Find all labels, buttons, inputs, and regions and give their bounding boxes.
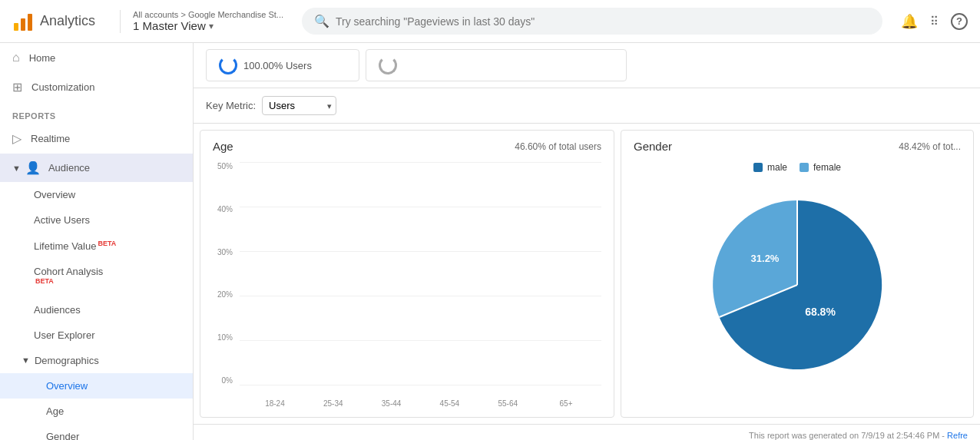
sidebar-item-gender[interactable]: Gender (0, 424, 193, 440)
users-card-text: 100.00% Users (243, 60, 312, 71)
view-label: 1 Master View (133, 19, 206, 32)
search-bar[interactable]: 🔍 (302, 8, 882, 35)
header-actions: 🔔 ⠿ ? (901, 13, 968, 30)
sidebar-item-home[interactable]: ⌂ Home (0, 43, 193, 72)
y-label-10: 10% (213, 333, 236, 342)
home-icon: ⌂ (12, 51, 20, 65)
y-label-0: 0% (213, 376, 236, 385)
cohort-analysis-label: Cohort Analysis (34, 266, 103, 277)
active-users-label: Active Users (34, 214, 90, 226)
gender-chart-header: Gender 48.42% of tot... (634, 140, 961, 153)
y-label-40: 40% (213, 205, 236, 213)
audience-icon: 👤 (25, 160, 41, 175)
help-icon[interactable]: ? (951, 13, 968, 30)
pie-male-pct-label: 68.8% (805, 306, 836, 318)
main-content: 100.00% Users Key Metric: Users Sessions… (194, 43, 980, 440)
key-metric-select[interactable]: Users Sessions Pageviews (262, 96, 336, 115)
demographics-chevron-icon: ▼ (22, 356, 30, 365)
header: Analytics All accounts > Google Merchand… (0, 0, 980, 43)
age-chart-subtitle: 46.60% of total users (515, 141, 601, 152)
demographics-overview-label: Overview (46, 380, 88, 392)
realtime-icon: ▷ (12, 131, 22, 146)
x-label-55-64: 55-64 (478, 399, 537, 408)
sidebar-item-audience[interactable]: ▼ 👤 Audience (0, 154, 193, 182)
legend-female: female (800, 162, 841, 173)
x-label-25-34: 25-34 (304, 399, 363, 408)
gender-chart-title: Gender (634, 140, 672, 153)
analytics-logo-icon (12, 11, 34, 32)
footer-text: This report was generated on 7/9/19 at 2… (749, 431, 947, 440)
cohort-analysis-beta-badge: BETA (35, 277, 54, 285)
x-labels: 18-24 25-34 35-44 45-54 55-64 65+ (240, 399, 601, 408)
svg-rect-1 (21, 18, 25, 31)
svg-rect-2 (28, 14, 32, 31)
search-input[interactable] (336, 15, 870, 28)
pie-chart-svg: 68.8% 31.2% (697, 185, 897, 385)
user-explorer-label: User Explorer (34, 329, 94, 341)
home-label: Home (29, 52, 56, 64)
realtime-label: Realtime (31, 133, 70, 144)
lifetime-value-label: Lifetime Value (34, 240, 96, 252)
sidebar-item-audience-overview[interactable]: Overview (0, 182, 193, 207)
age-chart-card: Age 46.60% of total users 50% 40% 30% 20… (200, 130, 614, 418)
app-title: Analytics (40, 13, 95, 29)
audience-label: Audience (48, 162, 90, 174)
x-label-18-24: 18-24 (246, 399, 304, 408)
audience-overview-label: Overview (34, 189, 75, 200)
sidebar-item-audiences[interactable]: Audiences (0, 297, 193, 323)
key-metric-bar: Key Metric: Users Sessions Pageviews (194, 88, 980, 124)
gender-chart-subtitle: 48.42% of tot... (899, 141, 961, 152)
y-label-30: 30% (213, 248, 236, 256)
age-bar-chart: 50% 40% 30% 20% 10% 0% (213, 162, 601, 408)
apps-grid-icon[interactable]: ⠿ (930, 15, 939, 28)
grid-line-0 (240, 385, 601, 385)
x-label-65-plus: 65+ (537, 399, 595, 408)
sidebar-item-user-explorer[interactable]: User Explorer (0, 323, 193, 348)
customization-icon: ⊞ (12, 80, 22, 94)
key-metric-select-wrapper[interactable]: Users Sessions Pageviews (262, 96, 336, 115)
svg-rect-0 (14, 23, 18, 31)
top-card-second (366, 49, 627, 81)
age-label: Age (46, 405, 64, 417)
sidebar-item-active-users[interactable]: Active Users (0, 207, 193, 233)
account-info: All accounts > Google Merchandise St... … (133, 10, 283, 32)
logo-area: Analytics (12, 11, 95, 32)
y-label-50: 50% (213, 162, 236, 170)
main-layout: ⌂ Home ⊞ Customization REPORTS ▷ Realtim… (0, 43, 980, 440)
view-chevron-icon: ▾ (209, 21, 214, 31)
notification-icon[interactable]: 🔔 (901, 13, 918, 30)
second-spinner-icon (379, 56, 397, 74)
gender-label: Gender (46, 431, 79, 440)
lifetime-value-beta-badge: BETA (98, 240, 116, 247)
demographics-label: Demographics (35, 355, 99, 366)
x-label-45-54: 45-54 (420, 399, 478, 408)
gender-chart-card: Gender 48.42% of tot... male female (621, 130, 974, 418)
pie-container: 68.8% 31.2% (634, 185, 961, 385)
refresh-link[interactable]: Refre (947, 431, 968, 440)
sidebar-item-lifetime-value[interactable]: Lifetime ValueBETA (0, 233, 193, 259)
bars-row (240, 162, 601, 385)
legend-male-dot (753, 163, 763, 172)
y-label-20: 20% (213, 290, 236, 299)
pie-legend: male female (634, 162, 961, 173)
search-icon: 🔍 (314, 14, 329, 28)
customization-label: Customization (31, 81, 94, 93)
age-chart-header: Age 46.60% of total users (213, 140, 601, 153)
y-axis: 50% 40% 30% 20% 10% 0% (213, 162, 236, 385)
users-spinner-icon (219, 56, 237, 74)
age-chart-title: Age (213, 140, 233, 153)
sidebar-item-age[interactable]: Age (0, 399, 193, 424)
top-cards-row: 100.00% Users (194, 43, 980, 88)
view-selector[interactable]: 1 Master View ▾ (133, 19, 283, 32)
header-divider (120, 10, 121, 33)
sidebar-item-demographics-overview[interactable]: Overview (0, 373, 193, 399)
x-label-35-44: 35-44 (363, 399, 421, 408)
sidebar-item-cohort-analysis[interactable]: Cohort Analysis BETA (0, 259, 193, 296)
reports-section-label: REPORTS (0, 102, 193, 124)
pie-female-pct-label: 31.2% (751, 253, 780, 264)
sidebar-item-customization[interactable]: ⊞ Customization (0, 72, 193, 102)
sidebar: ⌂ Home ⊞ Customization REPORTS ▷ Realtim… (0, 43, 194, 440)
sidebar-group-demographics[interactable]: ▼ Demographics (0, 348, 193, 373)
audiences-label: Audiences (34, 304, 81, 316)
sidebar-item-realtime[interactable]: ▷ Realtime (0, 124, 193, 154)
